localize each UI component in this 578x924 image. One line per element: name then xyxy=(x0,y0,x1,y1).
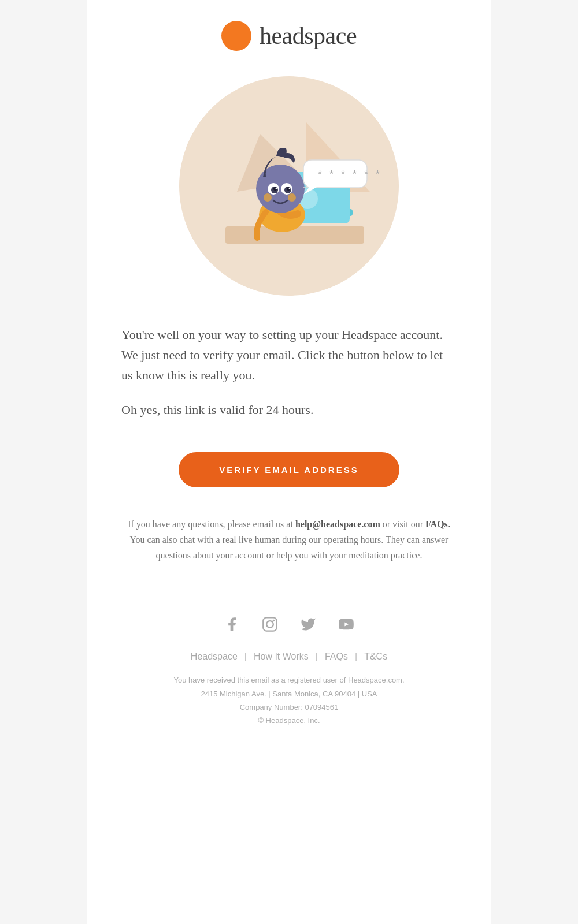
validity-text: Oh yes, this link is valid for 24 hours. xyxy=(121,400,457,420)
footer-sep-1: | xyxy=(244,651,247,662)
divider xyxy=(202,598,376,598)
svg-point-14 xyxy=(276,188,277,189)
header: headspace xyxy=(221,0,357,65)
svg-point-25 xyxy=(273,620,275,622)
svg-text:* * * * * *: * * * * * * xyxy=(318,169,382,180)
footer-nav-faqs[interactable]: FAQs xyxy=(325,651,348,662)
footer-sep-2: | xyxy=(316,651,318,662)
footer-nav: Headspace | How It Works | FAQs | T&Cs xyxy=(191,651,387,662)
support-text-middle: or visit our xyxy=(380,519,425,529)
footer-nav-tcs[interactable]: T&Cs xyxy=(364,651,387,662)
facebook-icon[interactable] xyxy=(221,613,243,635)
verify-email-button[interactable]: VERIFY EMAIL ADDRESS xyxy=(179,452,399,487)
footer-nav-headspace[interactable]: Headspace xyxy=(191,651,238,662)
twitter-icon[interactable] xyxy=(297,613,319,635)
illustration-circle: * * * * * * xyxy=(179,76,399,296)
support-text-before: If you have any questions, please email … xyxy=(128,519,295,529)
main-text: You're well on your way to setting up yo… xyxy=(121,325,457,386)
footer-line3: Company Number: 07094561 xyxy=(173,701,404,714)
button-section: VERIFY EMAIL ADDRESS xyxy=(87,446,491,511)
footer-bottom: You have received this email as a regist… xyxy=(173,673,404,751)
instagram-icon[interactable] xyxy=(259,613,281,635)
logo-circle xyxy=(221,21,251,51)
footer-line4: © Headspace, Inc. xyxy=(173,714,404,727)
support-email[interactable]: help@headspace.com xyxy=(295,519,380,529)
faqs-link[interactable]: FAQs. xyxy=(425,519,450,529)
social-row xyxy=(221,613,357,635)
support-section: If you have any questions, please email … xyxy=(87,511,491,581)
footer-line2: 2415 Michigan Ave. | Santa Monica, CA 90… xyxy=(173,687,404,701)
brand-name: headspace xyxy=(260,22,357,50)
svg-point-16 xyxy=(264,193,272,202)
illustration-area: * * * * * * xyxy=(87,65,491,313)
svg-point-17 xyxy=(288,193,296,202)
support-text-after: You can also chat with a real live human… xyxy=(130,535,449,560)
svg-point-15 xyxy=(289,188,291,189)
youtube-icon[interactable] xyxy=(335,613,357,635)
support-text: If you have any questions, please email … xyxy=(127,516,451,564)
footer-sep-3: | xyxy=(355,651,357,662)
footer-line1: You have received this email as a regist… xyxy=(173,673,404,687)
svg-point-7 xyxy=(256,165,305,213)
svg-point-24 xyxy=(266,621,273,628)
illustration-svg: * * * * * * xyxy=(191,88,387,284)
svg-rect-23 xyxy=(263,618,276,631)
email-container: headspace xyxy=(87,0,491,924)
body-section: You're well on your way to setting up yo… xyxy=(87,313,491,446)
footer-nav-how-it-works[interactable]: How It Works xyxy=(254,651,309,662)
